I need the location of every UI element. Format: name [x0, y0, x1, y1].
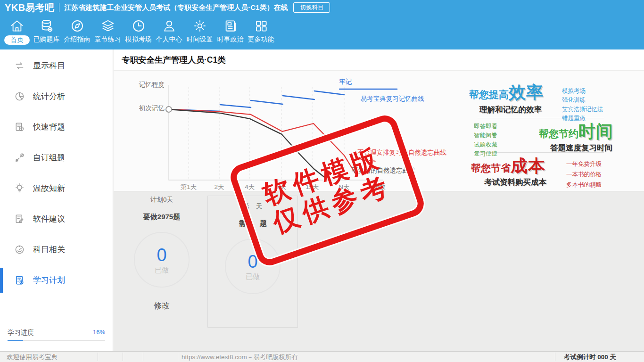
promo-subtitle: 答题速度复习时间: [550, 143, 612, 153]
guide-compass-icon: [70, 19, 84, 33]
mock-exam-clock-icon: [132, 19, 146, 33]
promo-headline-prefix: 帮您提高: [469, 88, 509, 101]
promo-panel: 帮您提高效率 理解和记忆的效率 模拟考场 强化训练 艾宾浩斯记忆法 错题重做 即…: [464, 81, 616, 187]
tools-icon: [14, 152, 25, 163]
modify-plan-button[interactable]: 修改: [133, 300, 190, 311]
dial-icon: [14, 244, 25, 255]
study-plan-card: 计划0天 要做2975题 0 已做 修改: [133, 196, 190, 311]
sidebar-item-subject-related[interactable]: 科目相关: [0, 235, 113, 264]
sidebar-item-show-subjects[interactable]: 显示科目: [0, 51, 113, 80]
sidebar-item-statistics[interactable]: 统计分析: [0, 82, 113, 111]
toolbar-item-more[interactable]: 更多功能: [246, 19, 276, 44]
sidebar-item-review[interactable]: 温故知新: [0, 174, 113, 203]
sidebar-item-label: 温故知新: [33, 183, 65, 194]
toolbar-item-news[interactable]: 时事政治: [215, 19, 246, 44]
more-grid-icon: [254, 19, 268, 33]
switch-subject-button[interactable]: 切换科目: [293, 2, 330, 13]
sidebar-item-custom-quiz[interactable]: 自订组题: [0, 143, 113, 172]
promo-feature: 即答即看: [474, 122, 497, 131]
promo-feature: 艾宾浩斯记忆法: [562, 105, 603, 114]
logo-divider: [59, 3, 59, 12]
progress-fill: [8, 340, 23, 341]
pie-chart-icon: [14, 91, 25, 102]
home-icon: [10, 19, 24, 33]
progress-bar: [8, 340, 105, 341]
promo-feature: 多本书的精髓: [566, 180, 602, 190]
sidebar-item-label: 快速背题: [33, 122, 65, 132]
toolbar-item-label: 介绍指南: [64, 35, 91, 44]
question-bank-icon: [40, 19, 54, 33]
statusbar-divider: [98, 353, 98, 361]
app-title: 江苏省建筑施工企业安管人员考试（专职安全生产管理人员·C1类）在线: [64, 3, 288, 12]
promo-headline-big: 效率: [509, 81, 544, 104]
title-bar: YKB易考吧 江苏省建筑施工企业安管人员考试（专职安全生产管理人员·C1类）在线…: [0, 0, 644, 15]
app-logo: YKB易考吧: [5, 1, 54, 14]
promo-row-cost: 帮您节省成本 考试资料购买成本 一年免费升级 一本书的价格 多本书的精髓: [464, 153, 616, 187]
promo-headline-big: 成本: [511, 155, 545, 178]
sidebar-item-label: 显示科目: [33, 60, 65, 71]
promo-feature: 试题收藏: [474, 140, 497, 149]
done-caption: 已做: [155, 266, 169, 275]
copyright-text: https://www.etest8.com－易考吧版权所有: [182, 353, 298, 362]
done-count-circle: 0 已做: [134, 232, 190, 288]
sidebar-item-label: 学习计划: [33, 275, 65, 286]
toolbar-item-label: 时间设置: [187, 35, 213, 44]
statusbar-divider: [123, 353, 123, 361]
promo-subtitle: 理解和记忆的效率: [479, 105, 542, 115]
progress-label: 学习进度: [8, 329, 34, 336]
sidebar-item-label: 自订组题: [33, 152, 65, 163]
suggestion-doc-icon: [14, 214, 25, 224]
swap-icon: [14, 60, 25, 71]
welcome-text: 欢迎使用易考宝典: [7, 353, 58, 362]
promo-feature: 一本书的价格: [566, 170, 602, 180]
promo-feature: 智能阅卷: [474, 131, 497, 140]
plan-todo-label: 要做2975题: [133, 213, 190, 222]
progress-value: 16%: [93, 329, 105, 336]
toolbar-item-user-center[interactable]: 个人中心: [154, 19, 184, 44]
promo-feature: 模拟考场: [562, 87, 603, 96]
promo-feature-list: 一年免费升级 一本书的价格 多本书的精髓: [566, 159, 602, 190]
promo-subtitle: 考试资料购买成本: [484, 177, 546, 188]
calculator-icon: [14, 275, 25, 286]
page-title: 专职安全生产管理人员·C1类: [114, 49, 644, 70]
promo-feature-list: 模拟考场 强化训练 艾宾浩斯记忆法 错题重做: [562, 87, 603, 123]
chapters-layers-icon: [101, 19, 115, 33]
toolbar-item-chapter-practice[interactable]: 章节练习: [92, 19, 123, 44]
active-indicator: [0, 268, 3, 293]
promo-headline: 帮您提高效率: [469, 81, 544, 104]
status-bar: 欢迎使用易考宝典 https://www.etest8.com－易考吧版权所有 …: [0, 351, 644, 362]
sidebar-item-study-plan[interactable]: 学习计划: [0, 266, 113, 295]
toolbar-item-label: 首页: [4, 35, 30, 45]
toolbar-item-question-bank[interactable]: 已购题库: [31, 19, 62, 44]
promo-headline-big: 时间: [578, 120, 613, 143]
statusbar-divider: [178, 353, 178, 361]
main-toolbar: 首页 已购题库 介绍指南 章节练习 模拟考场 个人中心 时间设置 时事政治: [0, 15, 644, 49]
promo-row-efficiency: 帮您提高效率 理解和记忆的效率 模拟考场 强化训练 艾宾浩斯记忆法 错题重做: [464, 81, 616, 118]
promo-headline: 帮您节约时间: [539, 120, 613, 143]
statusbar-divider: [143, 353, 143, 361]
toolbar-item-guide[interactable]: 介绍指南: [62, 19, 92, 44]
lightbulb-icon: [14, 183, 25, 194]
sidebar-item-software-suggestion[interactable]: 软件建议: [0, 205, 113, 233]
toolbar-item-mock-exam[interactable]: 模拟考场: [123, 19, 154, 44]
promo-headline: 帮您节省成本: [471, 155, 545, 178]
promo-feature: 一年免费升级: [566, 159, 602, 170]
plan-days-label: 计划0天: [133, 196, 190, 204]
sidebar: 显示科目 统计分析 快速背题 自订组题 温故知新 软件建议 科目相关: [0, 49, 113, 351]
flashcard-icon: [14, 122, 25, 132]
toolbar-item-home[interactable]: 首页: [3, 19, 31, 45]
toolbar-item-label: 时事政治: [217, 35, 244, 44]
promo-row-time: 即答即看 智能阅卷 试题收藏 复习便捷 帮您节约时间 答题速度复习时间: [464, 118, 616, 152]
sidebar-item-label: 科目相关: [33, 244, 65, 255]
toolbar-item-label: 个人中心: [156, 35, 182, 44]
toolbar-item-label: 章节练习: [95, 35, 121, 44]
user-icon: [162, 19, 176, 33]
sidebar-item-label: 软件建议: [33, 214, 65, 224]
toolbar-item-time-settings[interactable]: 时间设置: [184, 19, 215, 44]
sidebar-item-quick-memorize[interactable]: 快速背题: [0, 113, 113, 141]
time-settings-gear-icon: [193, 19, 207, 33]
exam-countdown: 考试倒计时 000 天: [564, 353, 616, 362]
toolbar-item-label: 模拟考场: [125, 35, 152, 44]
toolbar-item-label: 更多功能: [248, 35, 274, 44]
sidebar-item-label: 统计分析: [33, 91, 65, 102]
